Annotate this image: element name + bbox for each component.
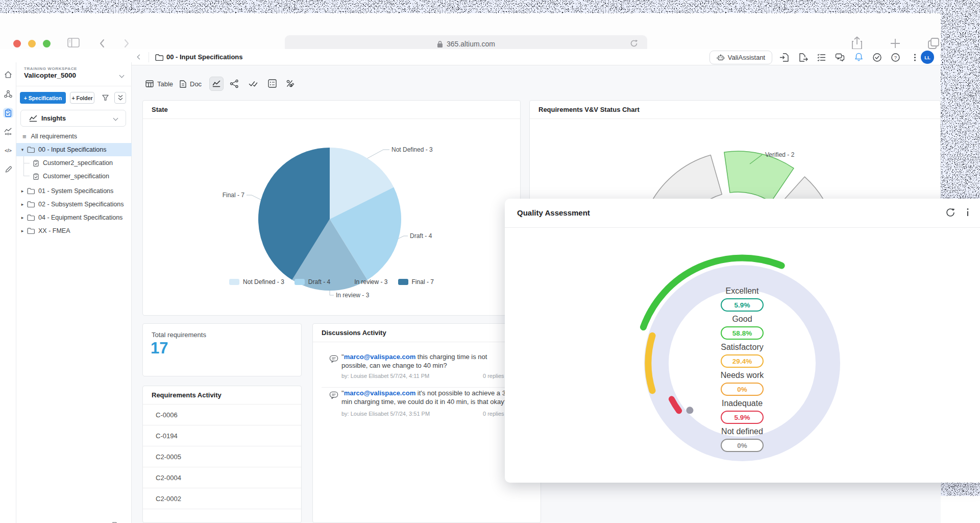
- view-doc-button[interactable]: Doc: [180, 77, 202, 91]
- gauge-category-label: Needs work: [721, 371, 764, 381]
- caret-right-icon[interactable]: ▸: [19, 228, 26, 233]
- tree-item-input-specifications[interactable]: ▾ 00 - Input Specifications: [16, 143, 132, 156]
- gauge-value-pill[interactable]: 0%: [721, 383, 764, 396]
- gauge-value-pill[interactable]: 29.4%: [721, 354, 764, 368]
- code-icon[interactable]: </>: [3, 145, 13, 155]
- tab-overview-icon[interactable]: [927, 37, 940, 50]
- reload-icon[interactable]: [630, 39, 638, 47]
- home-icon[interactable]: [3, 69, 13, 80]
- hub-icon[interactable]: [3, 89, 13, 99]
- minimize-window-button[interactable]: [28, 40, 36, 47]
- state-panel-title: State: [152, 106, 168, 113]
- gear-icon[interactable]: ⚙: [3, 521, 13, 523]
- discussion-message[interactable]: "marco@valispace.com it's not possible t…: [341, 389, 511, 406]
- tree-item-system-specifications[interactable]: ▸ 01 - System Specifications: [16, 184, 132, 198]
- notifications-bell-icon[interactable]: [854, 52, 864, 62]
- discussion-author-link[interactable]: marco@valispace.com: [344, 353, 416, 361]
- graph-nodes-icon[interactable]: [230, 79, 239, 88]
- collapse-all-button[interactable]: [114, 92, 126, 104]
- requirement-row[interactable]: C-0006: [143, 405, 301, 425]
- insights-selector[interactable]: Insights: [20, 110, 126, 127]
- caret-right-icon[interactable]: ▸: [19, 215, 26, 220]
- discussion-author-link[interactable]: marco@valispace.com: [344, 389, 416, 397]
- share-icon[interactable]: [851, 36, 863, 50]
- form-icon[interactable]: [268, 79, 277, 88]
- double-chevron-down-icon: [118, 94, 123, 101]
- help-icon[interactable]: ?: [891, 53, 900, 62]
- add-specification-button[interactable]: + Specification: [20, 92, 66, 104]
- tree-item-label: 00 - Input Specifications: [38, 146, 106, 153]
- legend-item[interactable]: Draft - 4: [295, 278, 330, 286]
- requirement-row[interactable]: C-0194: [143, 425, 301, 446]
- gauge-category-label: Inadequate: [722, 399, 763, 409]
- legend-item[interactable]: Not Defined - 3: [229, 278, 284, 286]
- add-folder-button[interactable]: + Folder: [70, 92, 94, 104]
- import-doc-icon[interactable]: [779, 53, 789, 62]
- requirement-row[interactable]: C2-0004: [143, 467, 301, 488]
- analytics-icon[interactable]: [3, 126, 13, 136]
- quality-gauge-labels: Excellent5.9%Good58.8%Satisfactory29.4%N…: [704, 287, 780, 455]
- doc-icon: [180, 80, 186, 88]
- gauge-category-label: Not defined: [721, 427, 763, 437]
- legend-item[interactable]: In review - 3: [340, 278, 387, 286]
- tree-item-label: 04 - Equipment Specifications: [38, 214, 122, 221]
- workspace-chevron-down-icon[interactable]: [119, 73, 125, 78]
- tree-item-customer-specification[interactable]: Customer_specification: [16, 170, 132, 183]
- approve-circle-icon[interactable]: [872, 53, 882, 62]
- requirement-row[interactable]: C2-0005: [143, 446, 301, 467]
- tree-item-customer2-specification[interactable]: Customer2_specification: [16, 156, 132, 170]
- kebab-menu-icon[interactable]: [910, 53, 920, 62]
- vali-assistant-label: ValiAssistant: [728, 54, 765, 61]
- requirements-icon[interactable]: [3, 108, 13, 118]
- browser-chrome: 365.altium.com: [0, 13, 941, 49]
- view-insights-button-active[interactable]: [209, 77, 224, 91]
- vali-assistant-button[interactable]: ValiAssistant: [709, 51, 772, 64]
- export-doc-icon[interactable]: [798, 53, 808, 62]
- back-icon[interactable]: [99, 39, 105, 48]
- gauge-value-pill[interactable]: 5.9%: [721, 411, 764, 424]
- tree-item-equipment-specifications[interactable]: ▸ 04 - Equipment Specifications: [16, 211, 132, 224]
- svg-text:Draft - 4: Draft - 4: [410, 232, 432, 240]
- table-icon: [145, 80, 154, 87]
- legend-item[interactable]: Final - 7: [398, 278, 434, 286]
- requirement-row[interactable]: C2-0002: [143, 488, 301, 509]
- view-table-button[interactable]: Table: [145, 77, 173, 91]
- discussion-replies[interactable]: 0 replies: [483, 411, 504, 417]
- legend-swatch: [398, 279, 408, 285]
- discussion-replies[interactable]: 0 replies: [483, 373, 504, 379]
- discussions-panel-title: Discussions Activity: [322, 329, 386, 337]
- pen-icon[interactable]: [3, 164, 13, 174]
- tree-item-all-requirements[interactable]: ≡ All requirements: [16, 130, 132, 143]
- gauge-value-pill[interactable]: 58.8%: [721, 326, 764, 340]
- avatar[interactable]: LL: [921, 51, 934, 64]
- folder-icon: [27, 228, 35, 234]
- caret-right-icon[interactable]: ▸: [19, 202, 26, 207]
- legend-swatch: [229, 279, 239, 285]
- discussion-bubble-icon: [329, 354, 338, 364]
- double-check-icon[interactable]: [249, 80, 258, 88]
- sidebar-toggle-icon[interactable]: [67, 38, 80, 48]
- tree-item-label: 01 - System Specifications: [38, 187, 113, 195]
- gauge-value-pill[interactable]: 0%: [721, 439, 764, 452]
- state-panel: State Not Defined - 3Draft - 4In review …: [142, 100, 521, 316]
- workspace-name: Valicopter_5000: [24, 72, 76, 79]
- new-tab-icon[interactable]: [890, 38, 900, 49]
- gauge-category-label: Satisfactory: [721, 343, 764, 353]
- close-window-button[interactable]: [13, 40, 21, 47]
- caret-down-icon[interactable]: ▾: [19, 147, 26, 152]
- forward-icon[interactable]: [124, 39, 130, 48]
- state-panel-header: State: [143, 101, 520, 119]
- tree-item-fmea[interactable]: ▸ XX - FMEA: [16, 224, 132, 237]
- chat-icon[interactable]: [835, 53, 845, 62]
- legend-label: In review - 3: [354, 278, 387, 286]
- filter-button[interactable]: [100, 92, 111, 104]
- tree-item-subsystem-specifications[interactable]: ▸ 02 - Subsystem Specifications: [16, 198, 132, 211]
- collapse-sidebar-icon[interactable]: [137, 55, 142, 60]
- caret-right-icon[interactable]: ▸: [19, 188, 26, 194]
- discussion-message[interactable]: "marco@valispace.com this charging time …: [341, 353, 511, 370]
- gauge-value-pill[interactable]: 5.9%: [721, 298, 764, 312]
- zoom-window-button[interactable]: [43, 40, 51, 47]
- percent-edit-icon[interactable]: [286, 79, 295, 88]
- line-chart-icon: [29, 115, 37, 122]
- checklist-icon[interactable]: [817, 53, 826, 62]
